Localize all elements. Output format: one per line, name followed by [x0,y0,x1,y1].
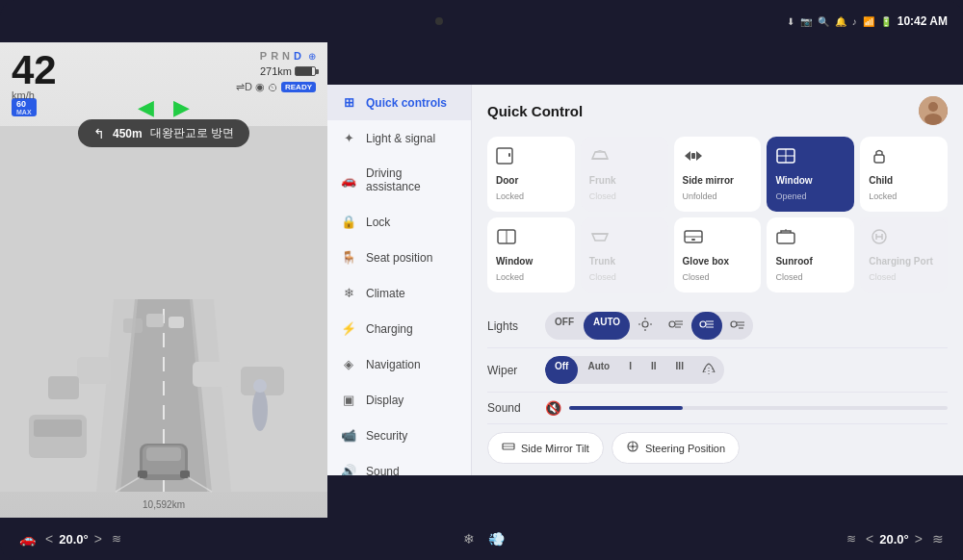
nav-street: 대왕판교로 방면 [150,125,234,141]
camera-icon: 📷 [800,16,812,27]
sidebar-item-climate[interactable]: ❄ Climate [327,275,471,311]
svg-rect-31 [691,153,695,159]
sidebar-label-light: Light & signal [366,132,435,145]
sidebar-item-seat[interactable]: 🪑 Seat position [327,240,471,275]
steering-heat-icon[interactable]: ≋ [932,531,944,547]
tile-sunroof-sublabel: Closed [775,272,802,282]
side-mirror-tilt-btn[interactable]: Side Mirror Tilt [487,432,604,464]
tile-window-active[interactable]: Window Opened [767,137,854,212]
volume-slider[interactable] [569,406,948,410]
right-seat-heat-icon[interactable]: ≋ [846,532,856,546]
tile-glovebox-sublabel: Closed [683,272,710,282]
tile-child[interactable]: Child Locked [860,137,948,212]
music-icon: ♪ [852,16,857,27]
sidebar-item-lock[interactable]: 🔒 Lock [327,204,471,240]
fan-icon: ❄ [463,531,475,547]
sidebar-label-security: Security [366,429,407,443]
lights-auto-btn[interactable]: AUTO [584,312,630,340]
sidebar-item-navigation[interactable]: ◈ Navigation [327,346,471,382]
svg-rect-42 [777,233,794,243]
status-icons: ⇌D ◉ ⏲ READY [236,81,316,93]
right-temp-value: 20.0° [879,532,909,547]
user-avatar[interactable] [919,96,948,125]
sidebar-label-sound: Sound [366,465,400,476]
steering-position-btn[interactable]: Steering Position [612,432,740,464]
chargeport-icon [869,228,890,250]
tile-chargingport[interactable]: Charging Port Closed [860,217,948,293]
wiper-wash-btn[interactable] [693,356,724,384]
sidebar-item-security[interactable]: 📹 Security [327,418,471,453]
lights-lowbeam-btn[interactable] [661,312,691,340]
fan-speed-icon: 💨 [488,531,505,547]
tile-child-label: Child [869,175,893,186]
quick-controls-area: Quick Control Door Lock [472,85,963,475]
speed-unit: km/h [12,90,57,101]
left-temp-down[interactable]: < [45,531,53,547]
side-mirror-tilt-label: Side Mirror Tilt [521,443,589,454]
sidebar-item-driving-assist[interactable]: 🚗 Driving assistance [327,156,471,204]
svg-point-26 [928,102,938,112]
ev-icon: ⇌D [236,81,252,93]
search-icon: 🔍 [818,16,829,27]
sidebar-item-quick-controls[interactable]: ⊞ Quick controls [327,85,471,120]
left-temp-control: < 20.0° > [45,531,102,547]
sidebar-item-sound[interactable]: 🔊 Sound [327,453,471,475]
seat-icon: 🪑 [341,250,356,265]
gear-n: N [282,50,290,62]
svg-point-16 [252,389,268,431]
lights-off-btn[interactable]: OFF [545,312,584,340]
seat-heat-icon[interactable]: ≋ [112,532,121,546]
wifi-icon: 📶 [863,16,874,27]
right-temp-control: < 20.0° > [866,531,923,547]
range-value: 271km [260,65,292,77]
wiper-auto-btn[interactable]: Auto [578,356,619,384]
svg-rect-12 [48,376,79,399]
bottom-bar: 🚗 < 20.0° > ≋ ❄ 💨 ≋ < 20.0° > ≋ [0,518,963,560]
tile-trunk[interactable]: Trunk Closed [581,217,668,293]
speed-display: 42 km/h [12,50,57,101]
tile-frunk-sublabel: Closed [589,191,616,201]
svg-rect-7 [146,314,164,327]
lights-btn-group: OFF AUTO [545,312,753,340]
odometer: 10,592km [143,499,185,510]
gear-d: D [294,50,301,62]
tile-door[interactable]: Door Locked [487,137,575,212]
climate-icon: ❄ [341,286,356,300]
sidebar-item-display[interactable]: ▣ Display [327,382,471,418]
status-bar-right: ⬇ 📷 🔍 🔔 ♪ 📶 🔋 10:42 AM [787,14,948,28]
wiper-row: Wiper Off Auto I II III [487,348,948,393]
sidebar-item-charging[interactable]: ⚡ Charging [327,311,471,346]
driving-icon: 🚗 [341,173,356,188]
tile-window2[interactable]: Window Locked [487,217,575,293]
lights-fog-btn[interactable] [722,312,753,340]
ready-badge: READY [281,82,316,92]
wiper-buttons: Off Auto I II III [545,356,948,384]
tile-frunk[interactable]: Frunk Closed [581,137,668,212]
right-temp-down[interactable]: < [866,531,873,547]
road-scene [0,100,327,518]
tile-glovebox[interactable]: Glove box Closed [674,217,762,293]
sidebar-label-climate: Climate [366,287,405,300]
tile-trunk-label: Trunk [589,256,615,267]
tile-window-active-label: Window [775,175,812,186]
svg-rect-11 [193,362,231,387]
steering-icon [626,440,639,456]
status-time: 10:42 AM [898,14,948,28]
lights-drl-btn[interactable] [630,312,661,340]
right-temp-up[interactable]: > [915,531,923,547]
wiper-1-btn[interactable]: I [619,356,641,384]
battery-info: 271km [260,65,316,77]
tile-side-mirror[interactable]: Side mirror Unfolded [674,137,762,212]
wiper-off-btn[interactable]: Off [545,356,578,384]
bottom-left: 🚗 < 20.0° > ≋ [19,531,121,547]
mute-icon[interactable]: 🔇 [545,400,561,416]
window2-icon [496,228,517,250]
wiper-3-btn[interactable]: III [666,356,693,384]
wiper-2-btn[interactable]: II [641,356,666,384]
svg-point-48 [642,321,648,327]
sidebar-item-light-signal[interactable]: ✦ Light & signal [327,120,471,156]
left-temp-up[interactable]: > [94,531,102,547]
tile-sunroof[interactable]: Sunroof Closed [767,217,854,293]
lights-highbeam-btn[interactable] [691,312,722,340]
nav-turn-icon: ↰ [93,126,105,141]
